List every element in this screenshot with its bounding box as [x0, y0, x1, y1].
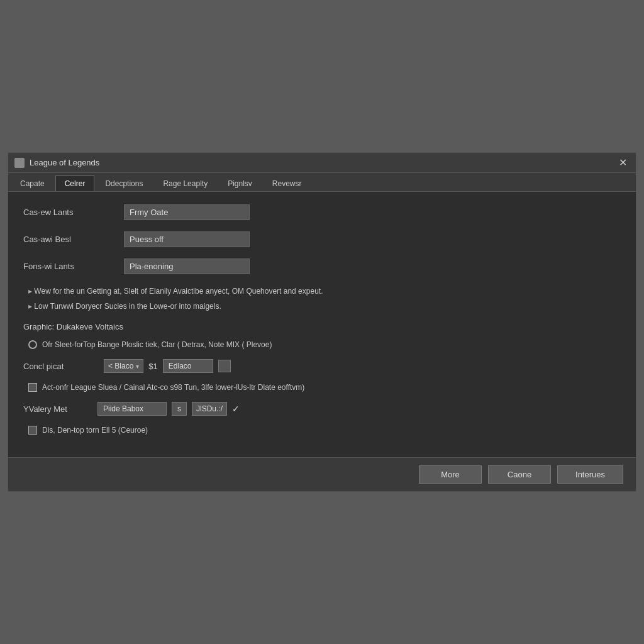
caone-button[interactable]: Caone [488, 465, 551, 484]
info-block: Wew for the un Getting at, Slelt of Elan… [23, 286, 621, 312]
complex-select[interactable]: < Blaco ▾ [104, 359, 143, 373]
more-button[interactable]: More [419, 465, 482, 484]
complex-row: Concl picat < Blaco ▾ $1 [23, 359, 621, 373]
valery-select-value: JlSDu.:/ [196, 404, 223, 413]
info-line-2: Low Turwwi Doryecr Sucies in the Lowe-or… [28, 301, 621, 312]
content-area: Cas-ew Lants Cas-awi Besl Fons-wi Lants … [8, 192, 636, 457]
tab-pignlsv[interactable]: Pignlsv [218, 175, 262, 191]
tab-revewsr[interactable]: Revewsr [263, 175, 311, 191]
complex-small-box[interactable] [218, 360, 231, 372]
valery-input1[interactable] [97, 402, 167, 416]
graphic-label: Graphic: Dukakeve Voltaics [23, 322, 621, 331]
tab-ddecptions[interactable]: Ddecptions [96, 175, 152, 191]
checkbox1-row: Act-onfr League Sluea / Cainal Atc-co s9… [23, 382, 621, 393]
tab-capate[interactable]: Capate [11, 175, 54, 191]
interues-button[interactable]: Interues [557, 465, 623, 484]
field3-row: Fons-wi Lants [23, 258, 621, 274]
radio-label: Ofr Sleet-forTop Bange Ploslic tiek, Cla… [42, 339, 272, 350]
radio-button[interactable] [28, 340, 37, 349]
tab-rage-leaplty[interactable]: Rage Leaplty [153, 175, 217, 191]
field3-label: Fons-wi Lants [23, 262, 124, 271]
app-icon [14, 158, 25, 168]
radio-row[interactable]: Ofr Sleet-forTop Bange Ploslic tiek, Cla… [23, 339, 621, 350]
tab-celrer[interactable]: Celrer [55, 175, 95, 191]
complex-number: $1 [148, 362, 157, 371]
field1-row: Cas-ew Lants [23, 204, 621, 220]
checkbox1-label: Act-onfr League Sluea / Cainal Atc-co s9… [42, 382, 304, 393]
field1-input[interactable] [124, 204, 250, 220]
complex-label: Concl picat [23, 362, 99, 371]
field2-label: Cas-awi Besl [23, 235, 124, 244]
complex-select-value: < Blaco [108, 362, 133, 370]
main-window: League of Legends ✕ Capate Celrer Ddecpt… [8, 152, 636, 492]
valery-select[interactable]: JlSDu.:/ [192, 402, 227, 416]
info-line-1: Wew for the un Getting at, Slelt of Elan… [28, 286, 621, 297]
title-bar-left: League of Legends [14, 158, 99, 168]
footer: More Caone Interues [8, 457, 636, 491]
valery-label: YValery Met [23, 404, 92, 414]
complex-input[interactable] [163, 359, 213, 373]
dropdown-arrow-icon: ▾ [136, 363, 139, 370]
checkbox1[interactable] [28, 383, 37, 392]
field1-label: Cas-ew Lants [23, 208, 124, 217]
checkbox2[interactable] [28, 426, 37, 435]
title-bar: League of Legends ✕ [8, 153, 636, 173]
valery-check-icon: ✓ [232, 404, 240, 414]
valery-row: YValery Met JlSDu.:/ ✓ [23, 402, 621, 416]
valery-input2[interactable] [172, 402, 187, 416]
tab-bar: Capate Celrer Ddecptions Rage Leaplty Pi… [8, 173, 636, 192]
field2-row: Cas-awi Besl [23, 231, 621, 247]
close-button[interactable]: ✕ [616, 157, 630, 169]
field2-input[interactable] [124, 231, 250, 247]
field3-input[interactable] [124, 258, 250, 274]
window-title: League of Legends [30, 158, 99, 167]
checkbox2-label: Dis, Den-top torn Ell 5 (Ceuroe) [42, 425, 148, 436]
checkbox2-row: Dis, Den-top torn Ell 5 (Ceuroe) [23, 425, 621, 436]
